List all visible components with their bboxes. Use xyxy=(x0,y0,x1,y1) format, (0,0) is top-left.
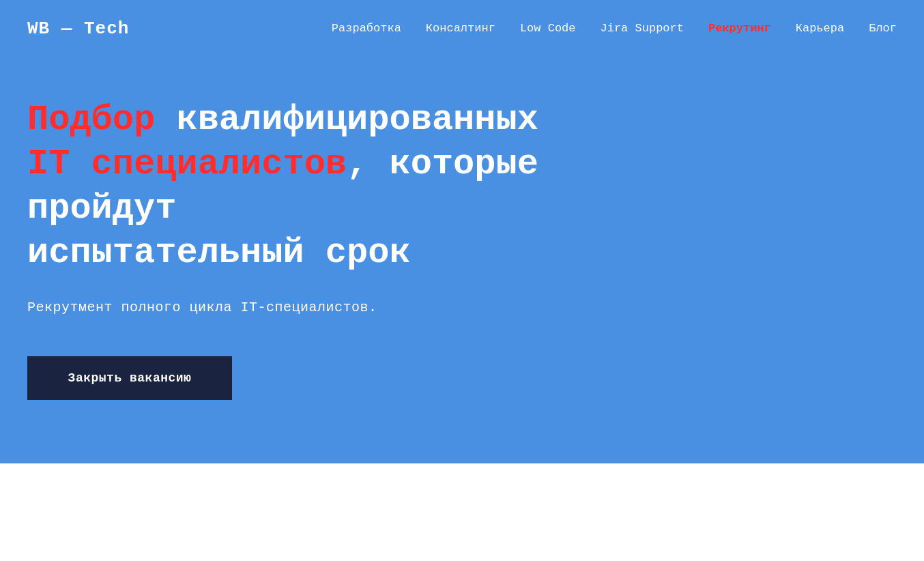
navigation: Разработка Консалтинг Low Code Jira Supp… xyxy=(332,22,897,35)
nav-item-jira-support[interactable]: Jira Support xyxy=(601,22,684,35)
nav-item-rekruting[interactable]: Рекрутинг xyxy=(708,22,771,35)
hero-title-part1-white: квалифицированных xyxy=(155,100,538,140)
hero-title-part2-red: IT специалистов xyxy=(27,144,347,184)
nav-item-razrabotka[interactable]: Разработка xyxy=(332,22,401,35)
hero-title-part1-red: Подбор xyxy=(27,100,155,140)
hero-title: Подбор квалифицированных IT специалистов… xyxy=(27,98,641,275)
logo: WB — Tech xyxy=(27,18,129,39)
header: WB — Tech Разработка Консалтинг Low Code… xyxy=(0,0,924,57)
hero-subtitle: Рекрутмент полного цикла IT-специалистов… xyxy=(27,300,897,315)
nav-item-low-code[interactable]: Low Code xyxy=(520,22,576,35)
cta-button[interactable]: Закрыть вакансию xyxy=(27,356,232,400)
nav-item-blog[interactable]: Блог xyxy=(869,22,897,35)
hero-title-part3-white: испытательный срок xyxy=(27,233,411,273)
white-section xyxy=(0,463,924,561)
nav-item-konsalting[interactable]: Консалтинг xyxy=(426,22,495,35)
nav-item-karera[interactable]: Карьера xyxy=(796,22,844,35)
hero-section: Подбор квалифицированных IT специалистов… xyxy=(0,57,924,463)
